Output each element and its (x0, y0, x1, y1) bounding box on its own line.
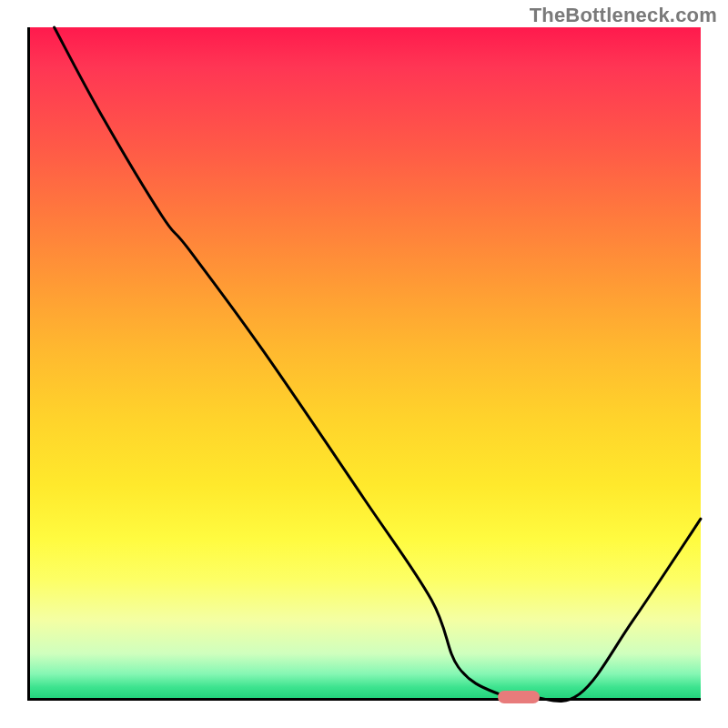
watermark-text: TheBottleneck.com (530, 4, 717, 27)
plot-area (27, 27, 701, 701)
chart-container: TheBottleneck.com (0, 0, 728, 728)
optimal-point-marker (498, 691, 540, 703)
curve-path (55, 27, 701, 702)
bottleneck-curve (27, 27, 701, 701)
